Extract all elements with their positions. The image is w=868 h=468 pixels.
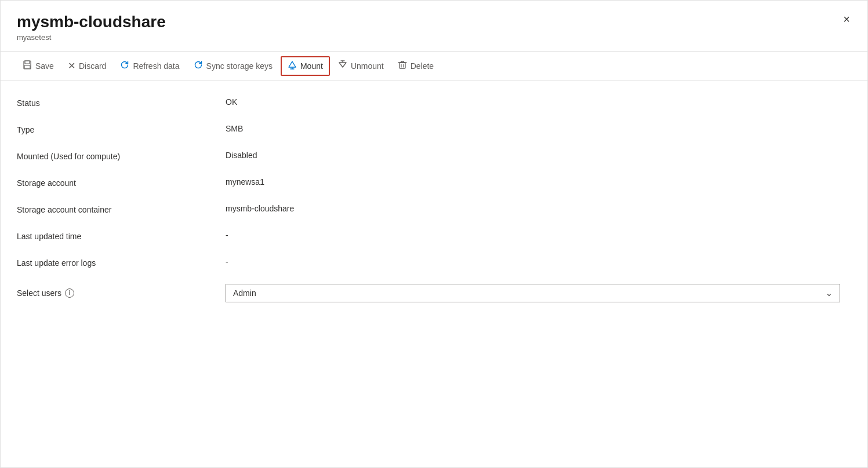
refresh-icon	[120, 60, 129, 72]
discard-icon: ✕	[68, 60, 75, 71]
close-icon: ×	[843, 13, 850, 26]
field-label: Mounted (Used for compute)	[17, 151, 226, 161]
save-button[interactable]: Save	[17, 57, 60, 75]
svg-marker-3	[289, 61, 296, 67]
field-label: Last updated time	[17, 231, 226, 241]
svg-rect-1	[25, 61, 30, 64]
sync-icon	[194, 60, 203, 72]
unmount-button[interactable]: Unmount	[332, 57, 390, 75]
field-row: TypeSMB	[17, 124, 851, 134]
discard-button[interactable]: ✕ Discard	[62, 57, 112, 75]
select-users-dropdown[interactable]: Admin ⌄	[226, 284, 840, 302]
panel-header: mysmb-cloudshare myasetest	[1, 1, 867, 42]
chevron-down-icon: ⌄	[826, 288, 833, 298]
main-panel: × mysmb-cloudshare myasetest Save ✕ Disc…	[0, 0, 868, 468]
page-subtitle: myasetest	[17, 33, 851, 42]
select-users-label: Select users i	[17, 288, 226, 298]
page-title: mysmb-cloudshare	[17, 12, 851, 32]
fields-container: StatusOKTypeSMBMounted (Used for compute…	[17, 97, 851, 268]
field-row: Mounted (Used for compute)Disabled	[17, 151, 851, 161]
field-row: Storage account containermysmb-cloudshar…	[17, 204, 851, 214]
field-row: Last updated time-	[17, 231, 851, 241]
field-label: Status	[17, 97, 226, 108]
field-row: Storage accountmynewsa1	[17, 177, 851, 188]
field-value: OK	[226, 97, 237, 107]
delete-icon	[398, 60, 407, 72]
sync-button[interactable]: Sync storage keys	[188, 57, 278, 75]
field-label: Storage account container	[17, 204, 226, 214]
unmount-label: Unmount	[351, 61, 384, 71]
select-users-value: Admin	[233, 288, 256, 298]
info-icon: i	[65, 288, 74, 298]
discard-label: Discard	[79, 61, 106, 71]
svg-marker-6	[339, 63, 346, 67]
svg-rect-2	[24, 65, 30, 68]
refresh-label: Refresh data	[133, 61, 179, 71]
sync-label: Sync storage keys	[206, 61, 273, 71]
save-icon	[23, 60, 32, 72]
field-value: mysmb-cloudshare	[226, 204, 294, 213]
unmount-icon	[338, 60, 347, 72]
field-value: Disabled	[226, 151, 257, 160]
field-value: -	[226, 231, 228, 240]
field-value: SMB	[226, 124, 243, 133]
field-row: Last update error logs-	[17, 257, 851, 268]
mount-icon	[288, 60, 297, 72]
field-row: StatusOK	[17, 97, 851, 108]
close-button[interactable]: ×	[837, 10, 856, 28]
svg-rect-9	[400, 63, 405, 68]
mount-button[interactable]: Mount	[281, 56, 330, 76]
save-label: Save	[35, 61, 54, 71]
content-area: StatusOKTypeSMBMounted (Used for compute…	[1, 81, 867, 330]
field-value: -	[226, 257, 228, 266]
field-label: Last update error logs	[17, 257, 226, 268]
field-label: Storage account	[17, 177, 226, 188]
delete-label: Delete	[411, 61, 434, 71]
select-users-row: Select users i Admin ⌄	[17, 284, 851, 302]
delete-button[interactable]: Delete	[392, 57, 440, 75]
field-value: mynewsa1	[226, 177, 264, 187]
field-label: Type	[17, 124, 226, 134]
refresh-button[interactable]: Refresh data	[114, 57, 185, 75]
toolbar: Save ✕ Discard Refresh data	[1, 51, 867, 81]
mount-label: Mount	[300, 61, 323, 71]
